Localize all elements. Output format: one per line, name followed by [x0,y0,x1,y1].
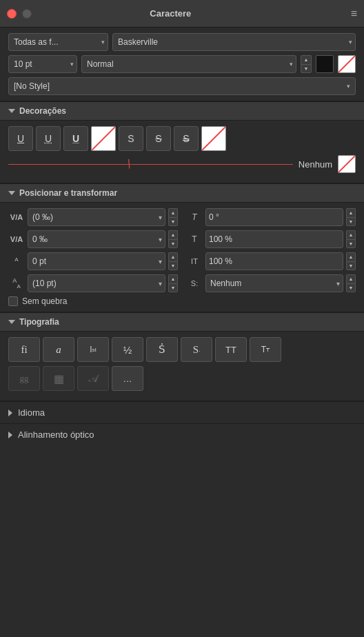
no-break-row: Sem quebra [8,296,356,306]
style-stepper-down[interactable]: ▼ [301,64,312,74]
kerning-row: V/A (0 ‰) ▲ ▼ [8,208,178,226]
hscale-row: T ▲ ▼ [186,230,356,248]
more-options-button[interactable]: … [112,366,143,391]
hscale-up[interactable]: ▲ [346,230,356,239]
tracking-down[interactable]: ▼ [168,239,178,249]
tracking-up[interactable]: ▲ [168,230,178,239]
underline-preview-row: / Nenhum [8,155,356,173]
script-a-button[interactable]: 𝒜 [77,366,109,391]
small-caps-button[interactable]: TT [215,337,247,362]
skew-up[interactable]: ▲ [346,274,356,283]
hscale-input[interactable] [205,230,343,248]
skew-stepper[interactable]: ▲ ▼ [346,274,356,292]
tracking-icon: V/A [8,235,25,243]
typography-header[interactable]: Tipografia [0,312,364,332]
autolead-up[interactable]: ▲ [168,274,178,283]
underline-none-label: Nenhum [299,159,332,170]
idioma-label: Idioma [18,407,45,418]
autolead-select[interactable]: (10 pt) [28,274,165,292]
autolead-row: AA (10 pt) ▲ ▼ [8,274,178,292]
font-style-select[interactable]: Normal [81,55,296,73]
autolead-stepper[interactable]: ▲ ▼ [168,274,178,292]
paragraph-style-dropdown[interactable]: [No Style] ▾ [8,77,356,95]
strikethrough-double-button[interactable]: S [174,126,199,151]
baseline-up[interactable]: ▲ [168,252,178,261]
font-size-select[interactable]: 10 pt [8,55,77,73]
no-break-checkbox[interactable] [8,296,18,306]
paragraph-style-label: [No Style] [14,81,347,91]
kerning-stepper[interactable]: ▲ ▼ [168,208,178,226]
all-small-caps-button[interactable]: Tᴛ [250,337,281,362]
underline-single-button[interactable]: U [8,126,33,151]
strikethrough-single-button[interactable]: S [146,126,171,151]
baseline-stepper[interactable]: ▲ ▼ [168,252,178,270]
kerning-up[interactable]: ▲ [168,208,178,217]
strikethrough-color-swatch[interactable] [201,126,226,151]
panel-menu-icon[interactable]: ≡ [351,8,357,20]
position-toggle-icon [8,191,15,195]
baseline-down[interactable]: ▼ [168,261,178,271]
position-grid: V/A (0 ‰) ▲ ▼ T ▲ ▼ V/A [8,208,356,292]
rotation-down[interactable]: ▼ [346,217,356,227]
underline-dotted-button[interactable]: U [36,126,61,151]
vscale-stepper[interactable]: ▲ ▼ [346,252,356,270]
font-family-select[interactable]: Todas as f... [8,33,108,51]
underline-slash-icon: / [125,156,134,171]
ordinal-s-dot-button[interactable]: Ṡ [146,337,178,362]
paragraph-style-row: [No Style] ▾ [8,77,356,95]
superscript-button[interactable]: Ist [77,337,109,362]
italic-a-button[interactable]: a [43,337,74,362]
baseline-dropdown-wrap: 0 pt [28,252,165,270]
rotation-stepper[interactable]: ▲ ▼ [346,208,356,226]
typography-toggle-icon [8,320,15,324]
rotation-up[interactable]: ▲ [346,208,356,217]
skew-icon: S: [186,279,203,287]
decoracoes-label: Decorações [19,106,66,116]
stylistic-set-gg-button[interactable]: gg [8,366,40,391]
font-size-dropdown-wrap: 10 pt ▾ [8,55,77,73]
vscale-up[interactable]: ▲ [346,252,356,261]
alinhamento-header[interactable]: Alinhamento óptico [0,423,364,445]
ordinal-s-under-button[interactable]: S. [181,337,212,362]
kerning-down[interactable]: ▼ [168,217,178,227]
skew-down[interactable]: ▼ [346,283,356,293]
paragraph-style-arrow-icon: ▾ [347,83,350,90]
idioma-header[interactable]: Idioma [0,401,364,423]
fi-ligature-button[interactable]: fi [8,337,40,362]
hscale-stepper[interactable]: ▲ ▼ [346,230,356,248]
strikethrough-button[interactable]: S [119,126,143,151]
font-family-dropdown-wrap: Todas as f... ▾ [8,33,108,51]
decoracoes-header[interactable]: Decorações [0,101,364,121]
vscale-down[interactable]: ▼ [346,261,356,271]
text-color-none-swatch[interactable] [338,55,356,73]
vscale-icon: IT [186,257,203,265]
autolead-down[interactable]: ▼ [168,283,178,293]
underline-bold-button[interactable]: U [63,126,88,151]
text-color-swatch[interactable] [316,55,334,73]
rotation-row: T ▲ ▼ [186,208,356,226]
hscale-icon: T [186,234,203,244]
fraction-button[interactable]: ½ [112,337,143,362]
font-name-select[interactable]: Baskerville [112,33,356,51]
rotation-input[interactable] [205,208,343,226]
tracking-select[interactable]: 0 ‰ [28,230,165,248]
typography-section: fi a Ist ½ Ṡ S. TT Tᴛ gg ▦ 𝒜 … [0,332,364,401]
baseline-select[interactable]: 0 pt [28,252,165,270]
underline-none-swatch[interactable] [338,155,356,173]
typography-buttons-row2: gg ▦ 𝒜 … [8,366,356,391]
title-bar: Caractere ≡ [0,0,364,28]
underline-color-swatch[interactable] [91,126,116,151]
style-stepper[interactable]: ▲ ▼ [301,55,312,73]
typography-buttons-row1: fi a Ist ½ Ṡ S. TT Tᴛ [8,337,356,362]
kerning-select[interactable]: (0 ‰) [28,208,165,226]
glyph-chart-button[interactable]: ▦ [43,366,74,391]
hscale-down[interactable]: ▼ [346,239,356,249]
position-header[interactable]: Posicionar e transformar [0,183,364,203]
skew-select[interactable]: Nenhum [205,274,343,292]
alinhamento-label: Alinhamento óptico [18,429,94,440]
decoracoes-section: U U U S S S / Nenhum [0,121,364,183]
tracking-stepper[interactable]: ▲ ▼ [168,230,178,248]
vscale-input[interactable] [205,252,343,270]
font-family-section: Todas as f... ▾ Baskerville ▾ 10 pt ▾ No… [0,28,364,101]
style-stepper-up[interactable]: ▲ [301,55,312,64]
